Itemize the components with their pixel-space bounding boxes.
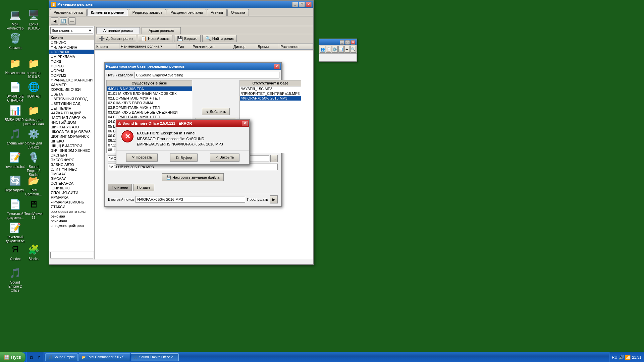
table-row[interactable]	[95, 50, 313, 51]
desktop-icon-folder-nav[interactable]: 📁 папка на 10.0.0.5	[22, 55, 45, 80]
small-icon-3[interactable]: ⚙️	[332, 46, 337, 53]
left-file-item[interactable]: 02.БОРМЕНТАЛЬ МУЖ + ТЕЛ	[107, 96, 192, 101]
tab-ochistka[interactable]: Очистка	[227, 9, 249, 16]
browse-button[interactable]: ...	[270, 155, 278, 162]
small-icon-4[interactable]: 📊	[338, 46, 344, 53]
client-item[interactable]: ХАММЕР	[49, 82, 94, 87]
right-file-item[interactable]: \ПРИОРИТЕТ_СЕНТЯБРЬ15.МP3	[240, 91, 301, 96]
taskbar-btn-1[interactable]: 📂Total Commander 7.0 - S...	[78, 353, 130, 361]
find-rolik-button[interactable]: 🔍 Найти ролик	[202, 35, 237, 42]
client-item[interactable]: ШИНКАРУК А.Ю	[49, 125, 94, 129]
small-close[interactable]: ✕	[351, 40, 355, 45]
desktop-icon-yarlik-lst[interactable]: ⚙️ Ярлык для LST.exe	[22, 126, 45, 151]
start-button[interactable]: 🪟 Пуск	[0, 352, 25, 362]
taskbar-icon-2[interactable]: Y	[36, 354, 42, 361]
client-item[interactable]: ЭЙЧ ЭНД ЭМ ХЕННЕС	[49, 148, 94, 153]
client-item[interactable]: ЯРМАРКА	[49, 195, 94, 200]
desktop-icon-files-for-reklam[interactable]: 📁 Файлы для рекламы лав	[22, 102, 45, 127]
client-item[interactable]: ЦВЕТОЧНЫЙ ГОРОД	[49, 97, 94, 101]
desktop-icon-sound-empire-office[interactable]: 🎵 Sound Empire 2 Office	[3, 265, 27, 294]
client-dropdown[interactable]: Все клиенты ▼	[50, 27, 93, 34]
left-file-item[interactable]: 01.01 М-КЛУБ ЕЛОЧНЫЙ МИКС 35 СЕК	[107, 91, 192, 96]
client-item[interactable]: ЭЛВИС АВТО	[49, 162, 94, 167]
client-item[interactable]: ЭМСААЛ	[49, 172, 94, 176]
client-item[interactable]: ЭКСПЕРТ	[49, 153, 94, 158]
taskbar-btn-2[interactable]: 🎵Sound Empire Office 2...	[131, 353, 179, 361]
restore-button[interactable]: □	[299, 2, 305, 7]
client-item[interactable]: ЧАСТНАЯ ЛАВОЧКА	[49, 115, 94, 120]
client-item[interactable]: ЧАЙКА ГЕНАДИЙ	[49, 111, 94, 115]
client-item[interactable]: ЯПОНИЯ-СИТИ	[49, 190, 94, 195]
small-minimize[interactable]: _	[340, 40, 344, 45]
new-order-button[interactable]: 📋 Новый заказ	[138, 35, 172, 42]
desktop-icon-total-cmd[interactable]: 📂 Total Comman...	[22, 173, 45, 198]
tab-redaktor-zakazov[interactable]: Редактор заказов	[129, 9, 166, 16]
settings-button[interactable]: —	[68, 17, 76, 25]
client-item[interactable]: ЭКСЛО ФУРС	[49, 158, 94, 162]
client-item[interactable]: ФОРУМ2	[49, 73, 94, 78]
client-item[interactable]: ШПЕКО	[49, 139, 94, 143]
client-list[interactable]: ФЕНИКСФИЛАРМОНИЯФЛОРАНЖФМ РЕКЛАМАФОРДФОР…	[49, 40, 94, 251]
small-icon-1[interactable]: 👥	[320, 46, 325, 53]
client-item[interactable]: ЦВЕТУЩИЙ САД	[49, 101, 94, 106]
path-input[interactable]	[135, 72, 279, 78]
small-restore[interactable]: □	[345, 40, 350, 45]
tab-rascenki[interactable]: Расценки рекламы	[167, 9, 206, 16]
sort-by-date-button[interactable]: По дате	[133, 184, 154, 191]
client-item[interactable]: ЭЛИТ ФИТНЕС	[49, 167, 94, 172]
client-item[interactable]: ХОРОШИЕ ОЧКИ	[49, 87, 94, 92]
client-search-input[interactable]: ФЛО	[50, 252, 93, 258]
client-item[interactable]: ЭМСААЛ	[49, 176, 94, 181]
client-item[interactable]: ФЕНИКС	[49, 40, 94, 45]
taskbar-icon-1[interactable]: 🖥	[28, 354, 35, 361]
taskbar-btn-0[interactable]: 🎵Sound Empire	[45, 353, 78, 361]
tab-klienty-roliki[interactable]: Клиенты и ролики	[87, 9, 128, 16]
small-icon-2[interactable]: 📋	[326, 46, 331, 53]
client-item[interactable]: ФРАНЧЕСКО МАРКОНИ	[49, 78, 94, 82]
left-file-item[interactable]: 02.01М-КЛУБ ЕВРО ЗИМА	[107, 101, 192, 105]
left-file-item[interactable]: 04 БОРМЕНТАЛЬ МУЖ + ТЕЛ	[107, 115, 192, 119]
small-icon-6[interactable]: 🔍	[351, 46, 356, 53]
client-item[interactable]: ШКОЛА ТАНЦА ОБРАЗ	[49, 129, 94, 134]
configure-button[interactable]: 💾 Настроить звучание файла	[162, 173, 224, 181]
client-item[interactable]: ФОРУМ	[49, 68, 94, 73]
sort-by-name-button[interactable]: По имени	[108, 184, 132, 191]
close-button[interactable]: ✕	[306, 2, 312, 7]
client-item[interactable]: ФЛОРАНЖ	[49, 50, 94, 54]
play-button[interactable]: ▶	[270, 195, 278, 203]
desktop-icon-text-doc2[interactable]: 📝 Текстовый документ.txt	[3, 220, 27, 245]
client-item[interactable]: ФМ РЕКЛАМА	[49, 54, 94, 59]
client-item[interactable]: рекомааа	[49, 219, 94, 223]
client-search[interactable]: ФЛО	[50, 252, 93, 258]
buffer-button[interactable]: 🗋 Буфер	[170, 154, 198, 162]
fast-search-input[interactable]	[136, 196, 245, 203]
client-item[interactable]: рекомаа	[49, 214, 94, 219]
error-close-x[interactable]: ✕	[242, 121, 248, 126]
client-item[interactable]: ЯРМАРКА1ЗИЮНЬ	[49, 200, 94, 204]
add-db-button[interactable]: ➔ Добавить	[202, 108, 230, 115]
close-button-err[interactable]: ✓ Закрыть	[210, 154, 239, 162]
db-close-button[interactable]: ✕	[274, 64, 280, 69]
client-item[interactable]: ФИЛАРМОНИЯ	[49, 45, 94, 50]
client-item[interactable]: ЯТАКСИ	[49, 204, 94, 209]
small-icon-5[interactable]: ↩	[344, 46, 350, 53]
client-item[interactable]: ШОПИНГ МУРМАНСК	[49, 134, 94, 139]
client-item[interactable]: ФОРД	[49, 59, 94, 64]
tab-agenty[interactable]: Агенты	[207, 9, 226, 16]
left-file-item[interactable]: 03.01М-КЛУБ ВАНИЛЬНЫЕ СНЕЖНИКИ	[107, 110, 192, 115]
back-button[interactable]: ◀	[51, 17, 58, 25]
client-item[interactable]: ЦВЕТА	[49, 92, 94, 97]
tab-archive-roliki[interactable]: Архив роликов	[142, 27, 181, 34]
client-item[interactable]: ЩЩЩ ВИАСТРОЙ	[49, 143, 94, 148]
client-item[interactable]: ФОРЕСТ	[49, 64, 94, 68]
client-item[interactable]: ЮНИДЕНС	[49, 186, 94, 190]
version-button[interactable]: 💾 Версию	[174, 35, 200, 42]
client-item[interactable]: ЧИСТЫЙ ДОМ	[49, 120, 94, 125]
left-file-item[interactable]: \MCLUB NY 30S EPA	[107, 86, 192, 91]
forward-button[interactable]: 🔄	[60, 17, 67, 25]
desktop-icon-copy-10005[interactable]: 🖥️ Копия 10.0.0.5	[22, 7, 45, 32]
client-item[interactable]: ооо юрист авто конс	[49, 209, 94, 214]
add-rolik-button[interactable]: ➕ Добавить ролик	[96, 35, 136, 42]
client-item[interactable]: спецменстройтрест	[49, 223, 94, 228]
desktop-icon-portal[interactable]: 🌐 ПОРТАЛ	[22, 79, 45, 100]
